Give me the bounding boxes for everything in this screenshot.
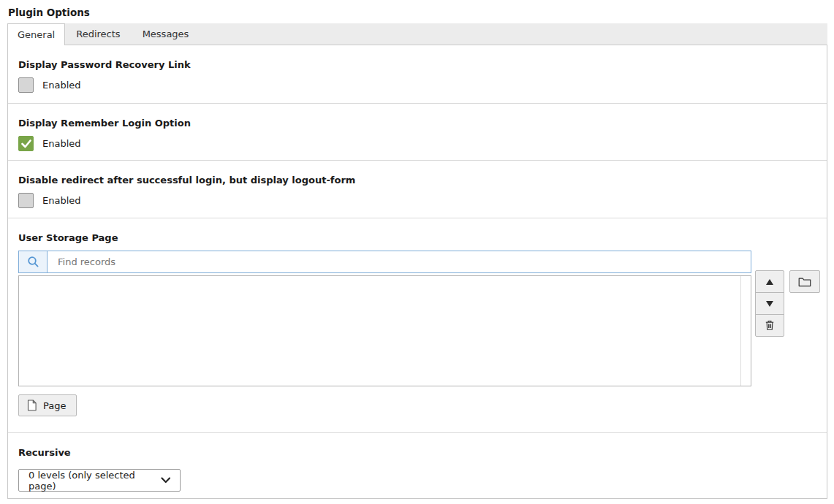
listbox-scrollbar[interactable] <box>740 276 751 386</box>
list-control-buttons <box>755 270 784 337</box>
field-label: Display Remember Login Option <box>18 118 816 129</box>
checkbox-label: Enabled <box>42 138 81 149</box>
page-button-label: Page <box>43 400 66 411</box>
tab-bar: General Redirects Messages <box>7 23 827 45</box>
trash-icon <box>764 319 776 332</box>
move-down-button[interactable] <box>755 292 784 315</box>
field-label: Display Password Recovery Link <box>18 59 816 70</box>
section-user-storage-page: User Storage Page <box>8 218 827 433</box>
page-icon <box>27 400 37 411</box>
tab-content-general: Display Password Recovery Link Enabled D… <box>7 45 827 499</box>
field-label: Disable redirect after successful login,… <box>18 175 816 186</box>
search-icon <box>27 256 39 268</box>
section-recursive: Recursive 0 levels (only selected page) <box>8 433 827 498</box>
section-password-recovery: Display Password Recovery Link Enabled <box>8 45 827 104</box>
page-title: Plugin Options <box>8 7 834 18</box>
search-icon-segment <box>19 251 48 272</box>
disable-redirect-checkbox[interactable] <box>18 193 34 208</box>
find-records-input[interactable] <box>48 251 751 272</box>
plugin-options-panel: General Redirects Messages Display Passw… <box>7 23 827 499</box>
recursive-selected-value: 0 levels (only selected page) <box>29 470 161 492</box>
tab-general[interactable]: General <box>7 23 65 45</box>
triangle-down-icon <box>765 300 774 308</box>
folder-icon <box>798 277 811 287</box>
section-remember-login: Display Remember Login Option Enabled <box>8 104 827 161</box>
delete-button[interactable] <box>755 314 784 337</box>
field-label: Recursive <box>18 447 816 458</box>
checkbox-label: Enabled <box>42 80 81 91</box>
tab-messages[interactable]: Messages <box>132 23 200 45</box>
recursive-select[interactable]: 0 levels (only selected page) <box>18 469 181 492</box>
triangle-up-icon <box>765 278 774 286</box>
field-label: User Storage Page <box>18 232 816 243</box>
browse-records-button[interactable] <box>789 270 820 293</box>
move-up-button[interactable] <box>755 270 784 293</box>
storage-page-listbox[interactable] <box>18 275 751 386</box>
checkmark-icon <box>21 140 31 148</box>
password-recovery-checkbox[interactable] <box>18 77 34 93</box>
add-page-record-button[interactable]: Page <box>18 394 77 416</box>
record-search-group <box>18 251 751 273</box>
remember-login-checkbox[interactable] <box>18 136 34 151</box>
section-disable-redirect: Disable redirect after successful login,… <box>8 161 827 218</box>
checkbox-label: Enabled <box>42 195 81 206</box>
tab-redirects[interactable]: Redirects <box>65 23 131 45</box>
chevron-down-icon <box>161 477 170 484</box>
